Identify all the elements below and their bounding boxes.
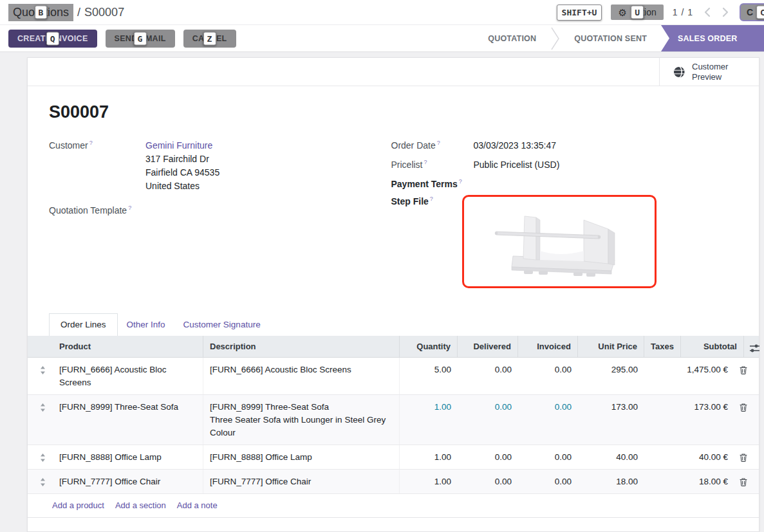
sliders-icon (749, 344, 760, 353)
quotation-template-label: Quotation Template? (49, 204, 145, 216)
cell-quantity[interactable]: 1.00 (400, 395, 458, 445)
add-a-note-link[interactable]: Add a note (177, 500, 218, 510)
cell-delivered[interactable]: 0.00 (458, 358, 518, 394)
breadcrumb-bar: Quotations B / S00007 SHIFT+U ⚙ Action U… (0, 0, 764, 25)
tab-other-info[interactable]: Other Info (118, 314, 174, 336)
pricelist-value[interactable]: Public Pricelist (USD) (474, 158, 560, 172)
col-header-invoiced[interactable]: Invoiced (518, 336, 578, 357)
order-lines-table: Product Description Quantity Delivered I… (28, 336, 759, 518)
col-header-description[interactable]: Description (203, 336, 400, 357)
table-row[interactable]: [FURN_6666] Acoustic Bloc Screens [FURN_… (28, 358, 759, 395)
col-header-taxes[interactable]: Taxes (644, 336, 681, 357)
keyboard-hint-cancel: Z (203, 32, 216, 45)
cell-unit-price[interactable]: 18.00 (578, 470, 644, 493)
table-row[interactable]: [FURN_8999] Three-Seat Sofa [FURN_8999] … (28, 395, 759, 445)
cell-product[interactable]: [FURN_8999] Three-Seat Sofa (57, 395, 203, 445)
cell-product[interactable]: [FURN_8888] Office Lamp (57, 445, 203, 469)
tab-order-lines[interactable]: Order Lines (49, 313, 118, 336)
cell-taxes[interactable] (644, 470, 671, 493)
help-question-mark: ? (437, 140, 440, 146)
cell-product[interactable]: [FURN_6666] Acoustic Bloc Screens (57, 358, 203, 394)
breadcrumb-quotations-link[interactable]: Quotations B (8, 4, 73, 21)
cell-subtotal: 40.00 € (671, 445, 734, 469)
trash-icon (740, 453, 747, 462)
cell-invoiced[interactable]: 0.00 (518, 358, 578, 394)
cell-unit-price[interactable]: 173.00 (578, 395, 644, 445)
status-step-sales-order[interactable]: SALES ORDER (661, 25, 764, 51)
step-file-image[interactable] (462, 195, 657, 288)
cell-quantity[interactable]: 5.00 (400, 358, 458, 394)
drag-handle-icon[interactable] (28, 358, 57, 394)
customer-address-line2: Fairfield CA 94535 (145, 166, 219, 179)
cell-description[interactable]: [FURN_7777] Office Chair (203, 470, 400, 493)
tab-customer-signature[interactable]: Customer Signature (174, 314, 270, 336)
step-file-field: Step File? (391, 195, 734, 288)
table-header-row: Product Description Quantity Delivered I… (28, 336, 759, 358)
cancel-button[interactable]: CANCEL Z (183, 30, 236, 48)
pager-next-button[interactable] (721, 7, 731, 17)
customer-preview-button[interactable]: Customer Preview (659, 58, 759, 86)
col-header-unit-price[interactable]: Unit Price (578, 336, 644, 357)
pricelist-label: Pricelist? (391, 158, 474, 172)
customer-link[interactable]: Gemini Furniture (145, 140, 212, 151)
drag-handle-icon[interactable] (28, 470, 57, 493)
status-step-quotation-sent[interactable]: QUOTATION SENT (560, 25, 661, 51)
cell-quantity[interactable]: 1.00 (400, 445, 458, 469)
add-a-product-link[interactable]: Add a product (52, 500, 104, 510)
status-step-quotation[interactable]: QUOTATION (474, 25, 550, 51)
pager-prev-button[interactable] (702, 7, 712, 17)
help-question-mark: ? (459, 178, 462, 185)
clipped-edge-button[interactable]: C C (740, 3, 764, 21)
drag-handle-icon[interactable] (28, 445, 57, 469)
customer-address-line1: 317 Fairchild Dr (145, 152, 219, 166)
cell-invoiced[interactable]: 0.00 (518, 395, 578, 445)
cell-invoiced[interactable]: 0.00 (518, 470, 578, 493)
cell-product[interactable]: [FURN_7777] Office Chair (57, 470, 203, 493)
cell-description[interactable]: [FURN_6666] Acoustic Bloc Screens (203, 358, 400, 394)
cell-delivered[interactable]: 0.00 (458, 445, 518, 469)
col-header-delivered[interactable]: Delivered (458, 336, 518, 357)
header-handle-spacer (28, 336, 57, 357)
cell-unit-price[interactable]: 40.00 (578, 445, 644, 469)
delete-line-button[interactable] (734, 445, 759, 469)
cell-taxes[interactable] (644, 358, 671, 394)
send-email-button[interactable]: SEND EMAIL G (106, 30, 175, 48)
chevron-right-icon (722, 7, 729, 17)
cell-invoiced[interactable]: 0.00 (518, 445, 578, 469)
notebook-tabs: Order Lines Other Info Customer Signatur… (49, 313, 759, 336)
help-question-mark: ? (424, 159, 427, 165)
cell-unit-price[interactable]: 295.00 (578, 358, 644, 394)
drag-handle-icon[interactable] (28, 395, 57, 445)
trash-icon (740, 403, 747, 412)
cell-taxes[interactable] (644, 395, 671, 445)
col-header-quantity[interactable]: Quantity (400, 336, 458, 357)
pricelist-field: Pricelist? Public Pricelist (USD) (391, 158, 734, 172)
3d-part-render (489, 206, 630, 277)
field-column-left: Customer? Gemini Furniture 317 Fairchild… (49, 139, 391, 294)
table-row[interactable]: [FURN_7777] Office Chair [FURN_7777] Off… (28, 470, 759, 494)
order-date-value[interactable]: 03/03/2023 13:35:47 (474, 139, 556, 152)
delete-line-button[interactable] (734, 395, 759, 445)
col-header-product[interactable]: Product (57, 336, 203, 357)
table-row[interactable]: [FURN_8888] Office Lamp [FURN_8888] Offi… (28, 445, 759, 470)
create-invoice-button[interactable]: CREATE INVOICE Q (8, 30, 97, 48)
cell-delivered[interactable]: 0.00 (458, 395, 518, 445)
field-column-right: Order Date? 03/03/2023 13:35:47 Pricelis… (391, 139, 734, 294)
cell-description[interactable]: [FURN_8999] Three-Seat SofaThree Seater … (203, 395, 400, 445)
delete-line-button[interactable] (734, 358, 759, 394)
keyboard-hint-shift-u: SHIFT+U (557, 5, 602, 21)
delete-line-button[interactable] (734, 470, 759, 493)
cell-subtotal: 1,475.00 € (671, 358, 734, 394)
cell-delivered[interactable]: 0.00 (458, 470, 518, 493)
cell-quantity[interactable]: 1.00 (400, 470, 458, 493)
customer-preview-label: Customer Preview (692, 62, 734, 82)
action-menu-button[interactable]: ⚙ Action U (611, 5, 663, 20)
add-a-section-link[interactable]: Add a section (115, 500, 166, 510)
cell-description[interactable]: [FURN_8888] Office Lamp (203, 445, 400, 469)
optional-columns-button[interactable] (744, 336, 760, 357)
keyboard-hint-breadcrumb: B (35, 6, 48, 19)
cell-taxes[interactable] (644, 445, 671, 469)
sheet-content: S00007 Customer? Gemini Furniture 317 Fa… (28, 86, 759, 294)
cell-subtotal: 18.00 € (671, 470, 734, 493)
col-header-subtotal[interactable]: Subtotal (681, 336, 744, 357)
